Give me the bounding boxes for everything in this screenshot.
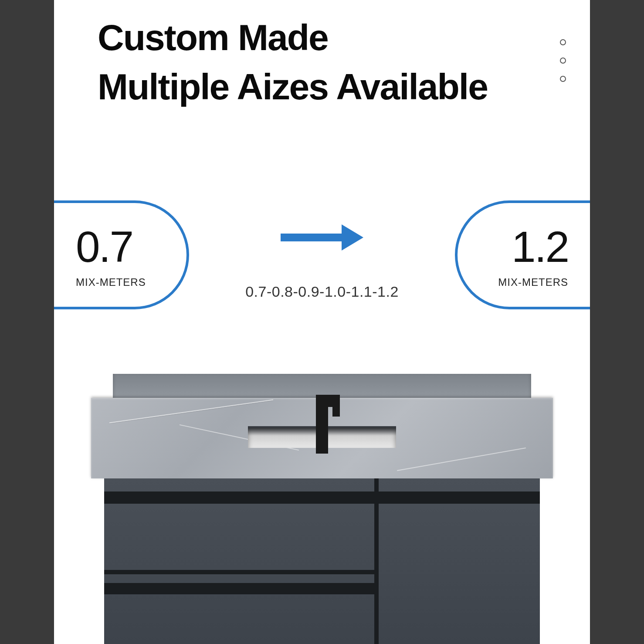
headline-line-1: Custom Made (98, 17, 328, 58)
size-range-list: 0.7-0.8-0.9-1.0-1.1-1.2 (245, 283, 399, 300)
drawer-handle-groove (104, 583, 374, 594)
dot-icon (560, 76, 566, 82)
countertop (91, 398, 553, 478)
arrow-right-icon (281, 222, 363, 254)
product-infographic: Custom Made Multiple Aizes Available 0.7… (54, 0, 590, 644)
marble-vein (109, 400, 274, 424)
dot-icon (560, 58, 566, 64)
decorative-dots (560, 39, 566, 82)
max-size-value: 1.2 (512, 222, 568, 272)
size-range-row: 0.7 MIX-METERS 0.7-0.8-0.9-1.0-1.1-1.2 1… (54, 200, 590, 314)
svg-marker-1 (342, 224, 363, 251)
headline-block: Custom Made Multiple Aizes Available (98, 13, 546, 112)
headline-line-2: Multiple Aizes Available (98, 66, 488, 107)
faucet-icon (316, 395, 328, 454)
min-size-value: 0.7 (76, 222, 132, 272)
cabinet-divider (374, 478, 379, 644)
min-size-unit: MIX-METERS (76, 276, 146, 288)
sink-basin (248, 426, 396, 448)
cabinet-body (104, 478, 540, 644)
max-size-unit: MIX-METERS (498, 276, 568, 288)
drawer-gap (104, 570, 374, 574)
max-size-pill: 1.2 MIX-METERS (455, 200, 590, 309)
handle-groove (104, 491, 540, 504)
marble-vein (397, 447, 526, 471)
min-size-pill: 0.7 MIX-METERS (54, 200, 189, 309)
vanity-illustration (91, 374, 553, 644)
dot-icon (560, 39, 566, 45)
